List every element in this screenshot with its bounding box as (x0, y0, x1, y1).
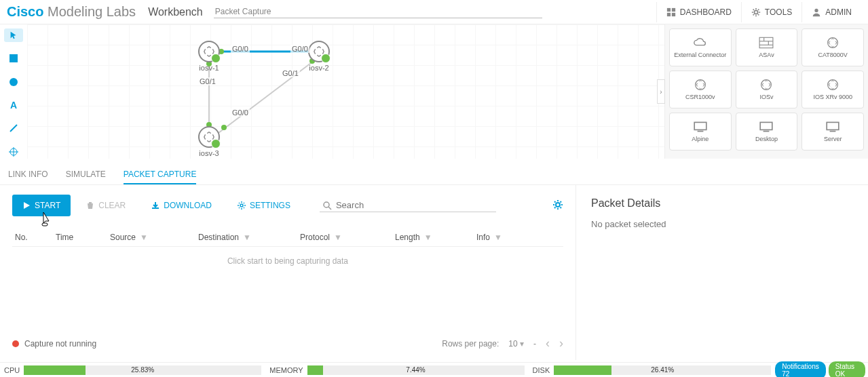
palette-item-label: CSR1000v (685, 94, 715, 100)
cpu-meter: CPU 25.83% (0, 365, 265, 375)
dashboard-button[interactable]: DASHBOARD (656, 2, 741, 22)
square-icon (10, 54, 18, 62)
next-page-button[interactable]: › (559, 336, 563, 351)
col-source[interactable]: Source▼ (110, 233, 198, 242)
download-icon (151, 201, 159, 210)
palette-item-ios-xrv-9000[interactable]: IOS XRv 9000 (801, 71, 864, 108)
col-length[interactable]: Length▼ (395, 233, 476, 242)
capture-toolbar: START CLEAR DOWNLOAD SETTINGS (12, 195, 563, 216)
clear-button[interactable]: CLEAR (76, 195, 136, 216)
status-pills: Notifications 72 Status OK (775, 361, 868, 378)
node-label: iosv-2 (309, 64, 328, 72)
disk-value: 26.41% (651, 365, 674, 375)
filter-icon[interactable]: ▼ (243, 233, 251, 242)
svg-rect-0 (667, 7, 671, 11)
start-button[interactable]: START (12, 195, 71, 216)
topology-canvas[interactable]: iosv-1 iosv-2 iosv-3 G0/0 G0/0 G0/1 G0/1… (27, 24, 664, 159)
svg-rect-32 (761, 122, 773, 130)
col-destination[interactable]: Destination▼ (198, 233, 300, 242)
palette-item-server[interactable]: Server (801, 113, 864, 151)
tab-packet-capture[interactable]: PACKET CAPTURE (124, 165, 197, 184)
palette-item-iosv[interactable]: IOSv (736, 71, 798, 108)
router-icon (308, 41, 330, 62)
top-actions: DASHBOARD TOOLS ADMIN (656, 2, 861, 22)
link-label: G0/0 (290, 45, 309, 53)
system-status-bar: CPU 25.83% MEMORY 7.44% DISK 26.41% Noti… (0, 362, 868, 377)
svg-point-5 (815, 8, 818, 12)
node-label: iosv-1 (199, 64, 219, 72)
status-ok-pill[interactable]: Status OK (829, 361, 865, 378)
download-button[interactable]: DOWNLOAD (141, 195, 222, 216)
notifications-pill[interactable]: Notifications 72 (775, 361, 825, 378)
settings-button[interactable]: SETTINGS (227, 195, 301, 216)
rows-per-page-select[interactable]: 10 ▾ (508, 339, 524, 349)
breadcrumb[interactable]: Packet Capture (214, 5, 543, 18)
packet-details-message: No packet selected (591, 219, 853, 229)
link-label: G0/0 (231, 108, 250, 117)
search-input[interactable] (336, 200, 493, 210)
dashboard-icon (666, 7, 676, 17)
capture-main: START CLEAR DOWNLOAD SETTINGS (0, 185, 576, 360)
admin-button[interactable]: ADMIN (801, 2, 861, 22)
clear-label: CLEAR (98, 201, 126, 210)
filter-icon[interactable]: ▼ (140, 233, 148, 242)
palette-item-label: Server (824, 136, 842, 142)
tab-link-info[interactable]: LINK INFO (8, 165, 48, 184)
palette-item-asav[interactable]: ASAv (736, 28, 798, 66)
col-protocol[interactable]: Protocol▼ (300, 233, 395, 242)
svg-rect-34 (827, 122, 839, 130)
tab-simulate[interactable]: SIMULATE (66, 165, 106, 184)
palette-item-csr1000v[interactable]: CSR1000v (669, 71, 732, 108)
tool-ellipse[interactable] (4, 75, 23, 89)
svg-rect-40 (42, 223, 48, 226)
palette-item-external-connector[interactable]: External Connector (669, 28, 732, 66)
cpu-bar: 25.83% (24, 365, 261, 375)
node-label: iosv-3 (199, 149, 219, 157)
search-field[interactable] (320, 199, 496, 212)
search-icon (322, 201, 332, 210)
tool-select[interactable] (4, 28, 23, 42)
col-time[interactable]: Time (56, 233, 110, 242)
svg-rect-1 (672, 7, 675, 11)
palette-item-label: CAT8000V (818, 52, 847, 58)
tool-text[interactable]: A (4, 98, 23, 112)
brand-light: Modeling Labs (48, 4, 136, 19)
palette-item-label: Desktop (755, 136, 778, 142)
top-bar: Cisco Modeling Labs Workbench Packet Cap… (0, 0, 868, 24)
capture-footer: Capture not running Rows per page: 10 ▾ … (12, 330, 563, 351)
col-no[interactable]: No. (15, 233, 56, 242)
memory-bar: 7.44% (307, 365, 525, 375)
node-iosv-2[interactable]: iosv-2 (308, 41, 330, 72)
work-area: A iosv-1 iosv-2 iosv-3 G0/0 G0/0 G0/1 G0… (0, 24, 868, 159)
tool-fit[interactable] (4, 145, 23, 159)
link-label: G0/0 (231, 45, 250, 53)
node-iosv-3[interactable]: iosv-3 (198, 126, 220, 157)
page-range: - (533, 339, 536, 349)
tool-rectangle[interactable] (4, 52, 23, 65)
gear-icon (751, 7, 761, 17)
prev-page-button[interactable]: ‹ (546, 336, 550, 351)
palette-item-cat8000v[interactable]: CAT8000V (801, 28, 864, 66)
palette-item-alpine[interactable]: Alpine (669, 113, 732, 151)
text-icon: A (10, 100, 17, 111)
cpu-value: 25.83% (131, 365, 154, 375)
filter-icon[interactable]: ▼ (424, 233, 432, 242)
link-label: G0/1 (281, 69, 300, 77)
capture-status-text: Capture not running (24, 339, 96, 349)
svg-point-36 (240, 204, 243, 207)
node-iosv-1[interactable]: iosv-1 (198, 41, 220, 72)
download-label: DOWNLOAD (164, 201, 212, 210)
filter-icon[interactable]: ▼ (494, 233, 502, 242)
left-toolbar: A (0, 24, 27, 159)
filter-icon[interactable]: ▼ (334, 233, 342, 242)
palette-item-desktop[interactable]: Desktop (736, 113, 798, 151)
brand-bold: Cisco (7, 4, 43, 19)
table-settings-button[interactable] (552, 199, 563, 212)
palette-collapse-button[interactable]: › (657, 79, 665, 104)
tools-button[interactable]: TOOLS (741, 2, 801, 22)
tool-line[interactable] (4, 121, 23, 135)
capture-table-header: No. Time Source▼ Destination▼ Protocol▼ … (12, 229, 563, 247)
pager: Rows per page: 10 ▾ - ‹ › (442, 336, 563, 351)
dashboard-label: DASHBOARD (680, 7, 732, 17)
col-info[interactable]: Info▼ (476, 233, 561, 242)
